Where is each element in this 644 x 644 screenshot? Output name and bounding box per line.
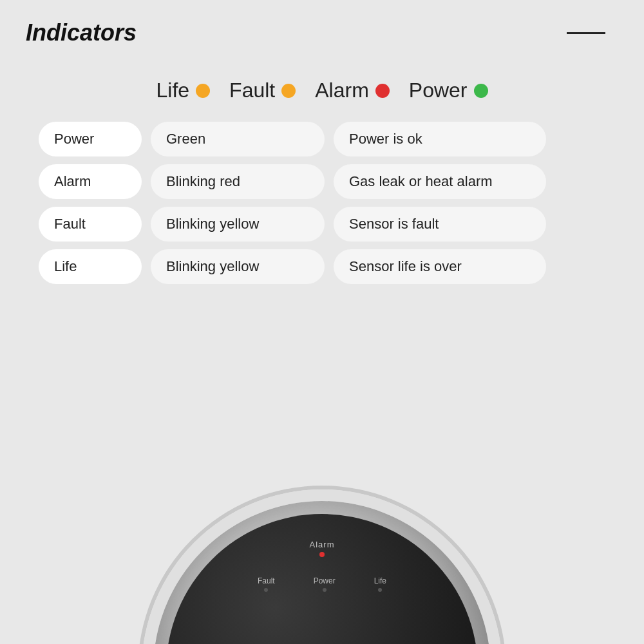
legend-item-fault: Fault bbox=[229, 79, 296, 102]
legend-label-fault: Fault bbox=[229, 79, 275, 102]
device-power-dot bbox=[323, 588, 327, 592]
legend-item-life: Life bbox=[156, 79, 211, 102]
legend-label-power: Power bbox=[409, 79, 468, 102]
legend-label-alarm: Alarm bbox=[315, 79, 369, 102]
device-life-dot bbox=[378, 588, 382, 592]
table-row: Power Green Power is ok bbox=[39, 122, 605, 156]
legend-row: Life Fault Alarm Power bbox=[0, 79, 644, 102]
row-label-fault: Fault bbox=[39, 207, 142, 242]
device-life-label: Life bbox=[374, 576, 386, 585]
row-label-alarm: Alarm bbox=[39, 164, 142, 199]
header: Indicators bbox=[0, 0, 644, 53]
row-label-power: Power bbox=[39, 122, 142, 156]
row-label-life: Life bbox=[39, 249, 142, 284]
row-status-fault: Sensor is fault bbox=[334, 207, 546, 242]
device-section: Alarm Fault Power Life bbox=[129, 425, 515, 644]
device-indicator-life: Life bbox=[374, 576, 386, 592]
device-circle: Alarm Fault Power Life bbox=[142, 489, 502, 644]
indicators-table: Power Green Power is ok Alarm Blinking r… bbox=[0, 122, 644, 284]
legend-item-power: Power bbox=[409, 79, 488, 102]
device-indicator-power: Power bbox=[314, 576, 336, 592]
legend-label-life: Life bbox=[156, 79, 190, 102]
legend-dot-life bbox=[196, 84, 210, 98]
device-fault-dot bbox=[264, 588, 268, 592]
header-decoration bbox=[567, 32, 605, 34]
row-status-life: Sensor life is over bbox=[334, 249, 546, 284]
page-title: Indicators bbox=[26, 19, 137, 46]
page-container: Indicators Life Fault Alarm Power Power bbox=[0, 0, 644, 644]
device-alarm-dot bbox=[319, 552, 325, 557]
device-power-label: Power bbox=[314, 576, 336, 585]
row-color-life: Blinking yellow bbox=[151, 249, 325, 284]
device-indicator-fault: Fault bbox=[258, 576, 275, 592]
row-status-alarm: Gas leak or heat alarm bbox=[334, 164, 546, 199]
device-alarm-label: Alarm bbox=[310, 540, 335, 549]
table-row: Alarm Blinking red Gas leak or heat alar… bbox=[39, 164, 605, 199]
legend-item-alarm: Alarm bbox=[315, 79, 390, 102]
row-color-fault: Blinking yellow bbox=[151, 207, 325, 242]
device-inner: Alarm Fault Power Life bbox=[166, 514, 478, 644]
row-status-power: Power is ok bbox=[334, 122, 546, 156]
device-fault-label: Fault bbox=[258, 576, 275, 585]
row-color-power: Green bbox=[151, 122, 325, 156]
table-row: Life Blinking yellow Sensor life is over bbox=[39, 249, 605, 284]
legend-dot-fault bbox=[281, 84, 296, 98]
legend-dot-power bbox=[474, 84, 488, 98]
legend-dot-alarm bbox=[375, 84, 390, 98]
table-row: Fault Blinking yellow Sensor is fault bbox=[39, 207, 605, 242]
device-bottom-row: Fault Power Life bbox=[258, 576, 386, 592]
row-color-alarm: Blinking red bbox=[151, 164, 325, 199]
